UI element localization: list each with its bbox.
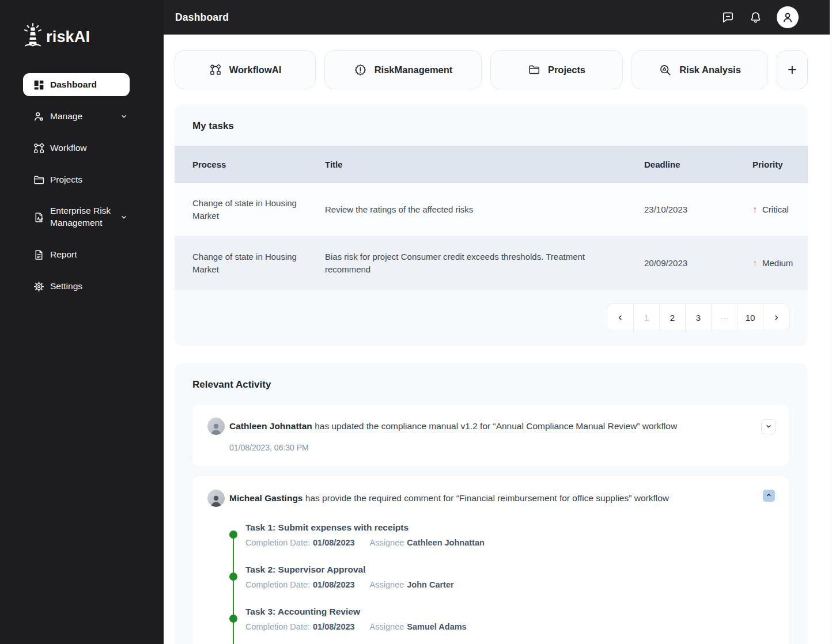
sidebar-item-label: Report bbox=[50, 249, 77, 261]
pagination-page-2[interactable]: 2 bbox=[659, 304, 685, 331]
my-tasks-card: My tasks Process Title Deadline Priority… bbox=[175, 104, 808, 346]
scrollbar-track[interactable] bbox=[830, 0, 832, 644]
collapse-activity-button[interactable] bbox=[763, 490, 775, 502]
priority-arrow-icon: ↑ bbox=[752, 205, 757, 214]
workflow-icon bbox=[33, 142, 45, 154]
task-deadline: 20/09/2023 bbox=[644, 257, 752, 270]
sidebar: riskAI Dashboard Manage bbox=[0, 0, 164, 644]
task-priority: ↑ Medium bbox=[752, 257, 808, 270]
bell-icon[interactable] bbox=[749, 11, 762, 24]
app-logo: riskAI bbox=[21, 22, 90, 52]
sidebar-item-label: Projects bbox=[50, 174, 82, 186]
task-meta: Completion Date:01/08/2023AssigneeSamuel… bbox=[245, 622, 754, 631]
pagination-row: 1 2 3 ··· 10 bbox=[175, 290, 808, 331]
pagination-page-10[interactable]: 10 bbox=[737, 304, 763, 331]
chevron-down-icon bbox=[765, 423, 772, 431]
user-avatar[interactable] bbox=[777, 6, 799, 28]
activity-header: Cathleen Johnattan has updated the compl… bbox=[207, 418, 754, 435]
task-title: Task 1: Submit expenses with receipts bbox=[245, 522, 754, 533]
sidebar-item-label: Workflow bbox=[50, 142, 86, 154]
table-row[interactable]: Change of state in Housing Market Bias r… bbox=[175, 236, 808, 290]
report-icon bbox=[33, 249, 45, 261]
page-title: Dashboard bbox=[175, 12, 229, 24]
pagination-page-3[interactable]: 3 bbox=[685, 304, 711, 331]
task-meta: Completion Date:01/08/2023AssigneeCathle… bbox=[245, 538, 754, 547]
relevant-activity-title: Relevant Activity bbox=[175, 363, 808, 404]
priority-label: Critical bbox=[762, 203, 789, 216]
quick-action-label: WorkflowAI bbox=[229, 65, 281, 75]
quick-action-workflowai[interactable]: WorkflowAI bbox=[175, 50, 316, 89]
task-title: Task 3: Accounting Review bbox=[245, 607, 754, 617]
assignee-label: Assignee bbox=[370, 580, 404, 589]
chat-icon[interactable] bbox=[721, 11, 735, 24]
sidebar-item-report[interactable]: Report bbox=[23, 243, 130, 266]
completion-date-label: Completion Date: bbox=[245, 580, 310, 589]
task-process: Change of state in Housing Market bbox=[192, 251, 316, 276]
user-gear-icon bbox=[33, 111, 45, 123]
timeline-task: Task 2: Supervisor Approval Completion D… bbox=[229, 565, 754, 589]
column-header-process: Process bbox=[192, 158, 325, 171]
assignee-value: Cathleen Johnattan bbox=[407, 538, 485, 547]
completion-date-label: Completion Date: bbox=[245, 538, 310, 547]
workflow-icon bbox=[209, 63, 222, 76]
quick-action-label: Risk Analysis bbox=[679, 65, 741, 75]
quick-action-label: RiskManagement bbox=[375, 65, 453, 75]
activity-user: Cathleen Johnattan bbox=[229, 421, 312, 431]
topbar-icons bbox=[721, 6, 799, 28]
timeline-dot-icon bbox=[229, 531, 237, 539]
pagination-prev-button[interactable] bbox=[607, 304, 633, 331]
sidebar-item-label: Settings bbox=[50, 281, 82, 293]
completion-date-label: Completion Date: bbox=[245, 622, 310, 631]
pagination-next-button[interactable] bbox=[763, 304, 789, 331]
sidebar-item-label: Dashboard bbox=[50, 79, 97, 91]
avatar bbox=[207, 418, 225, 435]
expand-activity-button[interactable] bbox=[761, 419, 776, 434]
assignee-value: John Carter bbox=[407, 580, 453, 589]
risk-badge-icon bbox=[354, 63, 367, 77]
tasks-table-header: Process Title Deadline Priority bbox=[175, 146, 808, 183]
sidebar-item-projects[interactable]: Projects bbox=[23, 168, 130, 191]
timeline-dot-icon bbox=[229, 615, 237, 623]
table-row[interactable]: Change of state in Housing Market Review… bbox=[175, 183, 808, 236]
task-title: Bias risk for project Consumer credit ex… bbox=[325, 251, 603, 276]
activity-description: has provide the required comment for “Fi… bbox=[305, 493, 669, 503]
quick-action-risk-analysis[interactable]: Risk Analysis bbox=[631, 50, 768, 89]
sidebar-item-label: Manage bbox=[50, 111, 82, 123]
completion-date-value: 01/08/2023 bbox=[313, 538, 355, 547]
completion-date-value: 01/08/2023 bbox=[313, 580, 355, 589]
quick-action-riskmanagement[interactable]: RiskManagement bbox=[324, 50, 482, 89]
assignee-value: Samuel Adams bbox=[407, 622, 466, 631]
column-header-priority: Priority bbox=[752, 158, 808, 171]
task-meta: Completion Date:01/08/2023AssigneeJohn C… bbox=[245, 580, 754, 589]
activity-timestamp: 01/08/2023, 06:30 PM bbox=[229, 443, 754, 452]
chevron-up-icon bbox=[766, 491, 772, 500]
pagination-page-1[interactable]: 1 bbox=[633, 304, 659, 331]
activity-header: Micheal Gastings has provide the require… bbox=[207, 490, 754, 507]
main-content: WorkflowAI RiskManagement Projects Risk … bbox=[164, 35, 832, 644]
activity-user: Micheal Gastings bbox=[229, 493, 302, 503]
sidebar-item-dashboard[interactable]: Dashboard bbox=[23, 73, 130, 96]
pagination-ellipsis: ··· bbox=[711, 304, 737, 331]
sidebar-item-settings[interactable]: Settings bbox=[23, 275, 130, 298]
priority-arrow-icon: ↑ bbox=[752, 259, 757, 268]
assignee-label: Assignee bbox=[370, 538, 404, 547]
column-header-title: Title bbox=[325, 158, 644, 171]
timeline-task: Task 3: Accounting Review Completion Dat… bbox=[229, 607, 754, 631]
dashboard-icon bbox=[33, 79, 45, 91]
quick-action-projects[interactable]: Projects bbox=[490, 50, 623, 89]
my-tasks-title: My tasks bbox=[175, 104, 808, 146]
task-priority: ↑ Critical bbox=[752, 203, 808, 216]
add-quick-action-button[interactable]: + bbox=[777, 50, 808, 89]
lighthouse-logo-icon bbox=[21, 22, 45, 52]
activity-item: Micheal Gastings has provide the require… bbox=[192, 476, 789, 644]
sidebar-item-enterprise-risk-management[interactable]: Enterprise Risk Management bbox=[23, 200, 130, 234]
folder-icon bbox=[33, 174, 45, 186]
avatar bbox=[207, 490, 225, 507]
activity-description: has updated the compliance manual v1.2 f… bbox=[315, 421, 677, 431]
sidebar-item-workflow[interactable]: Workflow bbox=[23, 137, 130, 160]
sidebar-nav: Dashboard Manage bbox=[23, 73, 130, 306]
document-risk-icon bbox=[33, 211, 45, 223]
gear-icon bbox=[33, 281, 45, 293]
sidebar-item-manage[interactable]: Manage bbox=[23, 105, 130, 128]
task-title: Task 2: Supervisor Approval bbox=[245, 565, 754, 575]
